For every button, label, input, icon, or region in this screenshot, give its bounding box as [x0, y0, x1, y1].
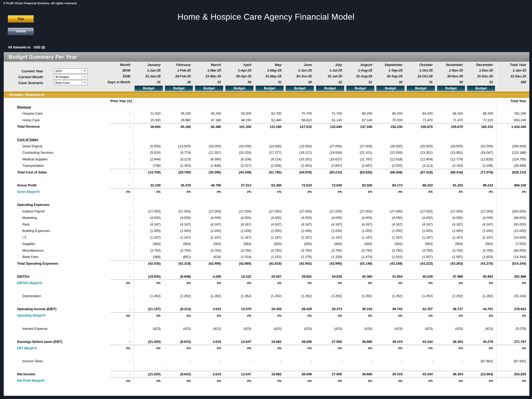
data-cell[interactable]: 0%	[164, 189, 194, 195]
data-cell[interactable]	[345, 267, 376, 273]
data-cell[interactable]: 132.840	[315, 123, 345, 130]
prior-year-cell[interactable]	[110, 332, 134, 339]
data-cell[interactable]	[224, 195, 255, 202]
data-cell[interactable]	[315, 104, 345, 110]
total-year-cell[interactable]	[496, 176, 529, 182]
data-cell[interactable]	[285, 286, 315, 293]
data-cell[interactable]: (1.473)	[345, 254, 376, 260]
data-cell[interactable]	[466, 319, 496, 326]
data-cell[interactable]: (2.947)	[345, 163, 376, 169]
data-cell[interactable]: (31.000)	[466, 143, 496, 149]
data-cell[interactable]	[164, 364, 194, 371]
data-cell[interactable]: 159.670	[436, 123, 466, 130]
data-cell[interactable]	[194, 130, 224, 136]
data-cell[interactable]	[406, 364, 436, 371]
data-cell[interactable]: (1.557)	[406, 254, 436, 260]
data-cell[interactable]: 0%	[436, 345, 466, 352]
calendar-cell[interactable]: 1-Apr-25	[224, 68, 255, 73]
data-cell[interactable]: 46.304	[436, 338, 466, 345]
data-cell[interactable]: (27.000)	[466, 208, 496, 215]
data-cell[interactable]: (3.206)	[466, 163, 496, 169]
prior-year-cell[interactable]: -	[110, 156, 134, 163]
data-cell[interactable]: (1.262)	[375, 293, 406, 300]
data-cell[interactable]	[375, 195, 406, 202]
data-cell[interactable]: 44.701	[466, 306, 496, 313]
data-cell[interactable]	[194, 319, 224, 326]
prior-year-cell[interactable]	[110, 195, 134, 202]
data-cell[interactable]: 21.500	[134, 110, 164, 117]
data-cell[interactable]	[345, 104, 376, 110]
data-cell[interactable]: (1.262)	[194, 293, 224, 300]
data-cell[interactable]	[164, 202, 194, 208]
data-cell[interactable]: (42.995)	[315, 260, 345, 267]
prior-year-cell[interactable]: -	[110, 325, 134, 332]
data-cell[interactable]	[315, 202, 345, 208]
data-cell[interactable]: (21.620)	[134, 371, 164, 378]
total-year-cell[interactable]	[496, 267, 529, 273]
data-cell[interactable]	[315, 195, 345, 202]
data-cell[interactable]: (1.275)	[285, 254, 315, 260]
row-label[interactable]	[4, 351, 110, 358]
data-cell[interactable]: 18.882	[255, 371, 285, 378]
prior-year-cell[interactable]: 0%	[110, 280, 134, 286]
data-cell[interactable]: 2.610	[194, 371, 224, 378]
data-cell[interactable]	[194, 351, 224, 358]
prior-year-cell[interactable]: 0%	[110, 312, 134, 319]
data-cell[interactable]: 22.100	[134, 182, 164, 189]
data-cell[interactable]: 0%	[255, 312, 285, 319]
data-cell[interactable]: (10.201)	[285, 156, 315, 163]
budget-cell[interactable]: Budget	[255, 85, 285, 92]
data-cell[interactable]: 72.633	[285, 182, 315, 189]
calendar-total-cell[interactable]: 1-Jan-25	[496, 68, 529, 73]
prior-year-cell[interactable]	[110, 202, 134, 208]
prior-year-cell[interactable]: -	[110, 306, 134, 313]
row-label[interactable]: Net Income	[4, 371, 110, 378]
data-cell[interactable]: (1.000)	[285, 228, 315, 234]
calendar-cell[interactable]: 30-Apr-25	[224, 73, 255, 79]
total-year-cell[interactable]: 0%	[496, 377, 529, 384]
data-cell[interactable]	[255, 136, 285, 143]
data-cell[interactable]: 0%	[345, 312, 376, 319]
data-cell[interactable]: (1.167)	[255, 234, 285, 241]
calendar-cell[interactable]: July	[315, 62, 345, 68]
data-cell[interactable]: (423)	[224, 325, 255, 332]
total-year-cell[interactable]: (14.000)	[496, 234, 529, 241]
prior-year-cell[interactable]: -	[110, 228, 134, 234]
data-cell[interactable]	[164, 176, 194, 182]
data-cell[interactable]: 0%	[436, 312, 466, 319]
data-cell[interactable]: (3.750)	[285, 247, 315, 254]
data-cell[interactable]: 80.200	[375, 110, 406, 117]
calendar-cell[interactable]: January	[134, 62, 164, 68]
data-cell[interactable]	[255, 130, 285, 136]
data-cell[interactable]	[285, 351, 315, 358]
data-cell[interactable]: (27.000)	[375, 208, 406, 215]
data-cell[interactable]: (28.500)	[436, 143, 466, 149]
data-cell[interactable]: 0%	[406, 345, 436, 352]
data-cell[interactable]: (27.000)	[255, 208, 285, 215]
data-cell[interactable]: (14.700)	[134, 169, 164, 176]
calendar-cell[interactable]: 31	[315, 79, 345, 85]
prior-year-cell[interactable]	[110, 130, 134, 136]
data-cell[interactable]: (15.203)	[224, 149, 255, 156]
data-cell[interactable]: (423)	[285, 325, 315, 332]
data-cell[interactable]: (67.418)	[406, 169, 436, 176]
prior-year-cell[interactable]	[110, 267, 134, 273]
data-cell[interactable]: 0%	[466, 280, 496, 286]
data-cell[interactable]: (27.000)	[134, 208, 164, 215]
data-cell[interactable]: (43.140)	[345, 260, 376, 267]
data-cell[interactable]: (27.000)	[315, 208, 345, 215]
data-cell[interactable]: (423)	[345, 325, 376, 332]
data-cell[interactable]: (6.590)	[194, 156, 224, 163]
data-cell[interactable]: 39.319	[375, 371, 406, 378]
data-cell[interactable]	[224, 364, 255, 371]
data-cell[interactable]: 80.200	[345, 110, 376, 117]
data-cell[interactable]: 0%	[406, 280, 436, 286]
data-cell[interactable]: (4.167)	[345, 221, 376, 228]
row-label[interactable]: Rent	[4, 221, 110, 228]
calendar-cell[interactable]: 31-Oct-25	[406, 73, 436, 79]
data-cell[interactable]: (28.500)	[406, 143, 436, 149]
budget-chip[interactable]: Budget	[407, 86, 435, 91]
data-cell[interactable]	[224, 286, 255, 293]
data-cell[interactable]: 63.385	[255, 182, 285, 189]
data-cell[interactable]	[285, 176, 315, 182]
